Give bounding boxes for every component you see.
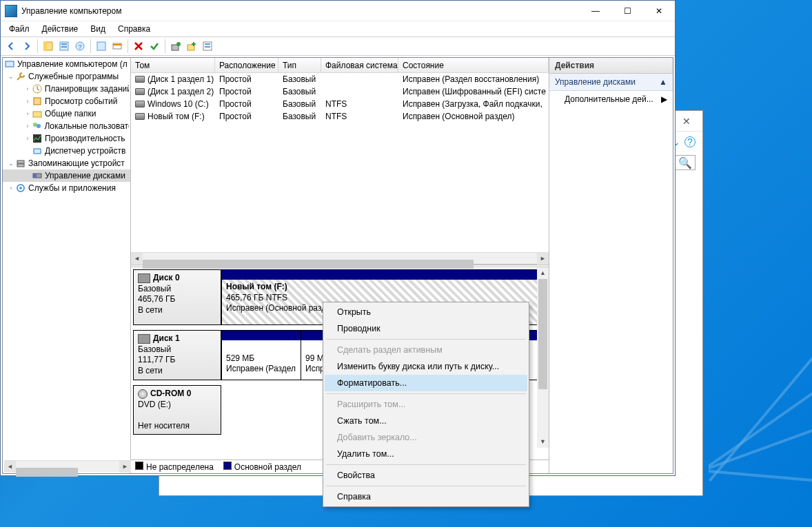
volume-cell: Базовый	[278, 87, 321, 96]
legend-unalloc-label: Не распределена	[146, 462, 214, 472]
disk-1-size: 111,77 ГБ	[138, 355, 216, 366]
maximize-button[interactable]: ☐	[611, 1, 643, 21]
back-button[interactable]	[3, 39, 19, 54]
ctx-properties[interactable]: Свойства	[325, 467, 527, 484]
volume-list: Том Расположение Тип Файловая система Со…	[131, 58, 549, 265]
ctx-format[interactable]: Форматировать...	[325, 375, 527, 391]
actions-more[interactable]: Дополнительные дей... ▶	[549, 91, 673, 107]
disk-1-kind: Базовый	[138, 344, 216, 355]
collapse-icon[interactable]: ▲	[659, 77, 667, 87]
svg-point-20	[37, 124, 41, 128]
expand-icon[interactable]: ›	[23, 85, 32, 92]
tree-system-tools[interactable]: ⌄ Служебные программы	[3, 70, 130, 83]
menu-action[interactable]: Действие	[37, 23, 84, 35]
close-button[interactable]: ✕	[643, 1, 675, 21]
tree-root-label: Управление компьютером (л	[17, 59, 128, 69]
svg-rect-22	[34, 149, 41, 154]
svg-rect-15	[6, 61, 14, 67]
col-volume[interactable]: Том	[131, 58, 215, 72]
col-status[interactable]: Состояние	[398, 58, 549, 72]
svg-rect-14	[205, 46, 210, 48]
actions-section[interactable]: Управление дисками ▲	[549, 74, 673, 91]
col-type[interactable]: Тип	[278, 58, 321, 72]
expand-icon[interactable]: ›	[23, 135, 32, 142]
volume-cell: Простой	[215, 112, 278, 121]
cdrom-info: CD-ROM 0 DVD (E:) Нет носителя	[133, 385, 221, 435]
refresh-button[interactable]	[94, 39, 109, 54]
expand-icon[interactable]: ›	[23, 123, 31, 130]
bg-help-icon[interactable]: ?	[684, 136, 696, 147]
minimize-button[interactable]: —	[580, 1, 611, 21]
clock-icon	[32, 83, 43, 94]
window-title: Управление компьютером	[21, 6, 121, 16]
disk-0-kind: Базовый	[138, 284, 216, 295]
collapse-icon[interactable]: ⌄	[7, 160, 15, 167]
context-menu[interactable]: Открыть Проводник Сделать раздел активны…	[323, 302, 529, 507]
ctx-help[interactable]: Справка	[325, 488, 527, 505]
menu-view[interactable]: Вид	[85, 23, 111, 35]
properties-button[interactable]	[57, 39, 72, 54]
tree-hscroll[interactable]: ◄ ►	[4, 460, 131, 472]
volume-cell: Базовый	[278, 74, 321, 84]
collapse-icon[interactable]: ⌄	[7, 73, 15, 80]
disk-vscroll[interactable]: ▲ ▼	[537, 267, 549, 448]
expand-icon[interactable]: ›	[7, 185, 15, 192]
partition-status: Исправен (Раздел	[226, 364, 296, 373]
volume-icon	[135, 113, 145, 120]
expand-icon[interactable]: ›	[23, 98, 32, 105]
ctx-change-letter[interactable]: Изменить букву диска или путь к диску...	[325, 358, 527, 375]
volume-cell: Windows 10 (C:)	[131, 99, 215, 109]
new-volume-button[interactable]	[168, 39, 183, 54]
tree-services-apps[interactable]: › Службы и приложения	[3, 182, 130, 194]
volume-cell: Новый том (F:)	[131, 112, 215, 121]
forward-button[interactable]	[19, 39, 34, 54]
tree-task-scheduler[interactable]: › Планировщик заданий	[3, 83, 130, 95]
attach-vhd-button[interactable]	[184, 39, 199, 54]
partition-label: Новый том (F:)	[226, 282, 287, 291]
tree-event-viewer[interactable]: › Просмотр событий	[3, 95, 130, 107]
ctx-delete[interactable]: Удалить том...	[325, 446, 527, 462]
col-layout[interactable]: Расположение	[215, 58, 278, 72]
tree-device-manager[interactable]: › Диспетчер устройств	[3, 145, 130, 157]
tree-local-users[interactable]: › Локальные пользовате	[3, 120, 130, 132]
disk-icon	[138, 334, 150, 344]
device-icon	[32, 145, 43, 156]
svg-point-10	[176, 42, 181, 46]
volume-row[interactable]: Windows 10 (C:)ПростойБазовыйNTFSИсправе…	[131, 98, 549, 110]
ctx-explorer[interactable]: Проводник	[325, 320, 527, 337]
svg-rect-3	[61, 43, 67, 45]
submenu-arrow-icon: ▶	[661, 94, 667, 104]
menubar: Файл Действие Вид Справка	[1, 21, 675, 37]
volume-row[interactable]: (Диск 1 раздел 2)ПростойБазовыйИсправен …	[131, 85, 549, 98]
desktop-background	[709, 110, 812, 524]
cdrom-kind: DVD (E:)	[138, 400, 216, 411]
column-headers[interactable]: Том Расположение Тип Файловая система Со…	[131, 58, 549, 73]
tree-performance[interactable]: › Производительность	[3, 132, 130, 145]
ctx-shrink[interactable]: Сжать том...	[325, 413, 527, 429]
volume-cell: Исправен (Шифрованный (EFI) систе	[398, 87, 549, 96]
ctx-mirror: Добавить зеркало...	[325, 429, 527, 446]
tree-shared-folders[interactable]: › Общие папки	[3, 107, 130, 120]
tree-storage[interactable]: ⌄ Запоминающие устройст	[3, 157, 130, 169]
disk-1-partition-0[interactable]: 529 МБ Исправен (Раздел	[222, 331, 301, 380]
tree-pane[interactable]: Управление компьютером (л ⌄ Служебные пр…	[3, 58, 131, 473]
menu-help[interactable]: Справка	[112, 23, 156, 35]
menu-file[interactable]: Файл	[3, 23, 35, 35]
delete-x-button[interactable]	[131, 39, 146, 54]
svg-rect-4	[61, 46, 67, 48]
vollist-hscroll[interactable]: ◄ ►	[131, 252, 549, 264]
volume-row[interactable]: (Диск 1 раздел 1)ПростойБазовыйИсправен …	[131, 73, 549, 85]
volume-row[interactable]: Новый том (F:)ПростойБазовыйNTFSИсправен…	[131, 110, 549, 123]
tree-root[interactable]: Управление компьютером (л	[3, 58, 130, 70]
cdrom-state: Нет носителя	[138, 421, 216, 432]
help-button[interactable]: ?	[72, 39, 88, 54]
col-fs[interactable]: Файловая система	[321, 58, 398, 72]
tree-disk-management[interactable]: › Управление дисками	[3, 169, 130, 182]
expand-icon[interactable]: ›	[23, 110, 32, 117]
show-hide-tree-button[interactable]	[41, 39, 56, 54]
list-view-button[interactable]	[200, 39, 215, 54]
check-button[interactable]	[147, 39, 162, 54]
settings-button[interactable]	[110, 39, 125, 54]
titlebar: Управление компьютером — ☐ ✕	[1, 1, 675, 21]
ctx-open[interactable]: Открыть	[325, 304, 527, 320]
